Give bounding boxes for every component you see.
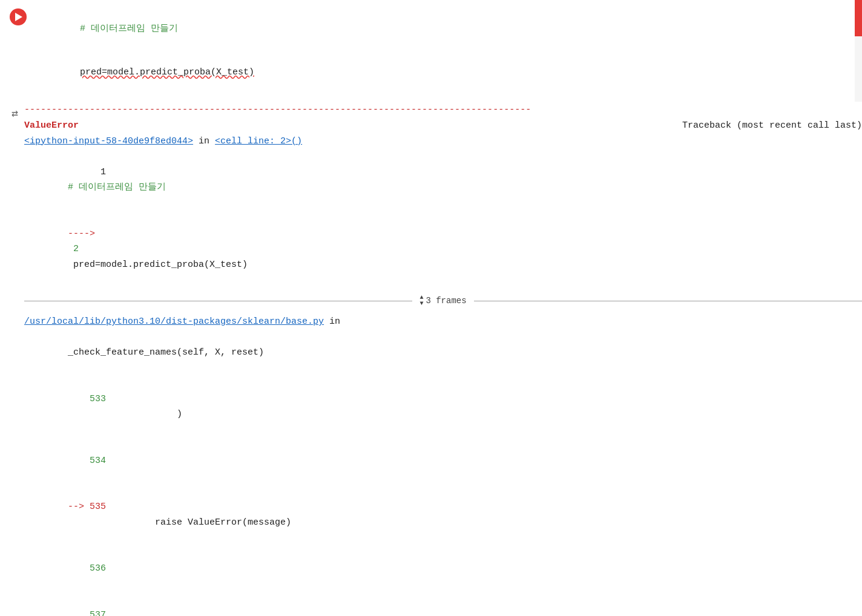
line536-num: 536 bbox=[68, 563, 106, 574]
function-name-line: _check_feature_names(self, X, reset) bbox=[24, 330, 862, 376]
run-button-area[interactable] bbox=[0, 5, 36, 97]
in-text: in bbox=[199, 136, 215, 146]
source-line-533: 533 ) bbox=[24, 376, 862, 437]
error-header: ValueError Traceback (most recent call l… bbox=[24, 118, 862, 134]
code-cell: # 데이터프레임 만들기 pred=model.predict_proba(X_… bbox=[0, 0, 862, 102]
function-name: _check_feature_names(self, X, reset) bbox=[68, 347, 264, 358]
code-main-line: pred=model.predict_proba(X_test) bbox=[36, 51, 862, 94]
file-in-text: in bbox=[329, 316, 340, 327]
frames-divider: ▲ ▼ 3 frames bbox=[24, 294, 862, 309]
line535-code: raise ValueError(message) bbox=[68, 517, 291, 528]
file-link-line: /usr/local/lib/python3.10/dist-packages/… bbox=[24, 314, 862, 330]
separator-line: ----------------------------------------… bbox=[24, 102, 862, 118]
line535-arrow: --> 535 bbox=[68, 502, 106, 512]
swap-arrows-icon: ⇄ bbox=[12, 106, 18, 120]
run-icon[interactable] bbox=[10, 8, 27, 25]
input-link[interactable]: <ipython-input-58-40de9f8ed044> bbox=[24, 136, 193, 146]
notebook-container: # 데이터프레임 만들기 pred=model.predict_proba(X_… bbox=[0, 0, 862, 616]
line2-code: pred=model.predict_proba(X_test) bbox=[68, 260, 248, 270]
line1-comment: # 데이터프레임 만들기 bbox=[68, 182, 166, 192]
file-link[interactable]: /usr/local/lib/python3.10/dist-packages/… bbox=[24, 316, 324, 327]
line2-arrow: ----> bbox=[68, 229, 95, 239]
cell-line-ref[interactable]: <cell line: 2>() bbox=[215, 136, 302, 146]
source-line-536: 536 bbox=[24, 546, 862, 592]
frames-line-left bbox=[24, 301, 412, 301]
frames-count-text: 3 frames bbox=[426, 294, 466, 309]
output-row: ⇄ --------------------------------------… bbox=[0, 102, 862, 616]
comment-text: # 데이터프레임 만들기 bbox=[80, 24, 178, 34]
code-comment-line: # 데이터프레임 만들기 bbox=[36, 7, 862, 51]
input-link-line: <ipython-input-58-40de9f8ed044> in <cell… bbox=[24, 134, 862, 149]
traceback-label: Traceback (most recent call last) bbox=[682, 118, 862, 134]
error-type-label: ValueError bbox=[24, 118, 79, 134]
output-gutter: ⇄ bbox=[0, 102, 24, 616]
source-line-537: 537 def _validate_data( bbox=[24, 592, 862, 616]
line533-code: ) bbox=[68, 409, 182, 419]
traceback-line2: ----> 2 pred=model.predict_proba(X_test) bbox=[24, 211, 862, 288]
frames-arrows-icon[interactable]: ▲ ▼ bbox=[419, 295, 423, 307]
traceback-line1: 1 # 데이터프레임 만들기 bbox=[24, 149, 862, 211]
line2-num: 2 bbox=[68, 244, 79, 254]
frames-label: ▲ ▼ 3 frames bbox=[419, 294, 466, 309]
line534-num: 534 bbox=[68, 456, 106, 466]
frames-line-right bbox=[474, 301, 862, 301]
scrollbar-thumb[interactable] bbox=[855, 0, 862, 36]
traceback-full: ----------------------------------------… bbox=[24, 102, 862, 616]
source-line-534: 534 bbox=[24, 437, 862, 484]
cell-code-content: # 데이터프레임 만들기 pred=model.predict_proba(X_… bbox=[36, 5, 862, 97]
line1-num: 1 bbox=[68, 167, 106, 177]
line537-num: 537 bbox=[68, 610, 106, 616]
line533-num: 533 bbox=[68, 394, 106, 404]
scrollbar-indicator bbox=[855, 0, 862, 102]
code-main-text: pred=model.predict_proba(X_test) bbox=[80, 67, 254, 77]
source-line-535: --> 535 raise ValueError(message) bbox=[24, 484, 862, 546]
